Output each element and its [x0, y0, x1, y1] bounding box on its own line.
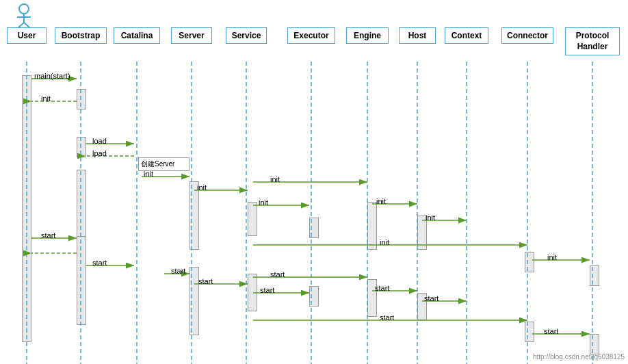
activation-protocol-2 [590, 334, 599, 354]
arrows-svg [0, 0, 628, 364]
actor-bootstrap: Bootstrap [55, 27, 107, 44]
label-start-1: start [41, 231, 55, 239]
actor-catalina: Catalina [114, 27, 160, 44]
label-start-server: start [171, 267, 185, 275]
actor-context: Context [445, 27, 488, 44]
actor-protocol-handler: ProtocolHandler [565, 27, 620, 55]
activation-service-1 [248, 202, 257, 236]
activation-executor-1 [309, 218, 319, 238]
label-start-engine: start [270, 270, 285, 278]
label-start-protocol: start [544, 327, 558, 335]
label-init-connector-protocol: init [547, 253, 557, 261]
label-start-bootstrap: start [92, 259, 107, 267]
actor-engine: Engine [346, 27, 389, 44]
svg-line-4 [24, 23, 29, 27]
svg-line-3 [18, 23, 24, 27]
activation-connector-2 [525, 322, 534, 342]
actor-executor: Executor [287, 27, 335, 44]
label-start-executor: start [260, 286, 274, 294]
label-init-executor: init [259, 198, 268, 207]
activation-bootstrap-2 [77, 137, 86, 157]
actor-host: Host [399, 27, 436, 44]
activation-bootstrap-4 [77, 236, 86, 325]
svg-point-0 [19, 4, 29, 14]
label-start-service: start [198, 277, 213, 285]
activation-executor-2 [309, 286, 319, 307]
label-main-start: main(start) [34, 72, 70, 80]
activation-engine-1 [367, 202, 377, 250]
activation-server-1 [189, 181, 199, 250]
label-start-connector: start [380, 313, 394, 322]
activation-bootstrap-1 [77, 89, 86, 109]
label-init-server-service: init [197, 183, 207, 192]
activation-protocol-1 [590, 265, 599, 286]
actor-user: User [7, 27, 47, 44]
label-init-engine-host: init [376, 197, 386, 205]
watermark: http://blog.csdn.net/jq6038125 [533, 353, 625, 361]
label-init-host-context: init [426, 213, 435, 222]
label-start-context: start [424, 294, 439, 302]
create-server-note: 创建Server [138, 157, 189, 171]
actor-connector: Connector [501, 27, 553, 44]
user-icon [14, 3, 34, 29]
activation-connector-1 [525, 252, 534, 272]
sequence-diagram: User Bootstrap Catalina Server Service E… [0, 0, 628, 364]
label-start-host: start [375, 284, 389, 292]
actor-server: Server [171, 27, 212, 44]
actor-service: Service [226, 27, 267, 44]
activation-user [22, 75, 31, 342]
label-init-service-connector: init [380, 238, 389, 246]
label-load: load [92, 137, 107, 145]
label-init-1: init [41, 94, 51, 103]
activation-service-2 [248, 274, 257, 311]
label-init-long: init [270, 175, 280, 183]
label-lpad: lpad [92, 149, 107, 157]
activation-server-2 [189, 267, 199, 335]
